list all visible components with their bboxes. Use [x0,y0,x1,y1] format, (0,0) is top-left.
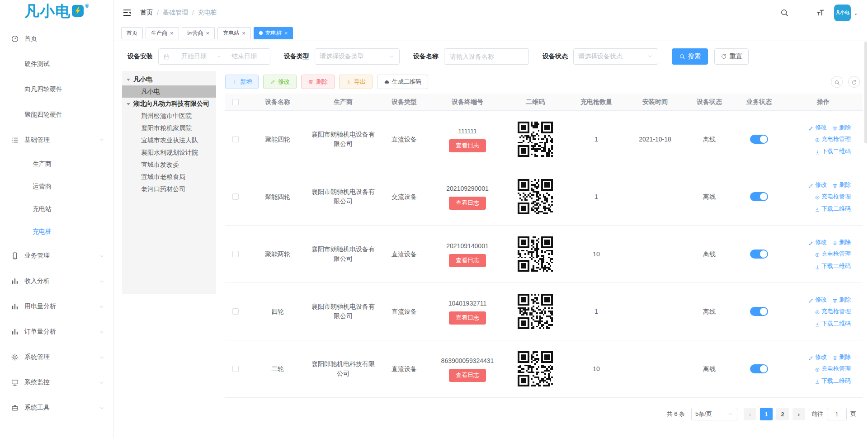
close-icon[interactable]: × [242,30,245,36]
delete-link[interactable]: 删除 [832,295,851,304]
tree-node[interactable]: 凡小电 [122,73,216,85]
business-status-toggle[interactable] [750,364,768,373]
table-refresh-icon[interactable] [848,76,860,88]
close-icon[interactable]: × [206,30,210,36]
caret-down-icon[interactable] [127,79,130,83]
goto-page-input[interactable] [827,408,847,420]
business-status-toggle[interactable] [750,192,768,201]
caret-down-icon[interactable] [127,103,130,107]
business-status-toggle[interactable] [750,307,768,316]
page-number-button[interactable]: 2 [776,408,789,420]
row-checkbox[interactable] [232,366,239,372]
tree-node[interactable]: 凡小电 [122,85,216,98]
sidebar-item[interactable]: 充电桩 [0,221,113,243]
delete-link[interactable]: 删除 [832,238,851,247]
export-button[interactable]: 导出 [339,75,373,89]
business-status-toggle[interactable] [750,250,768,259]
download-qr-link[interactable]: 下载二维码 [815,204,851,213]
download-qr-link[interactable]: 下载二维码 [815,147,851,156]
search-button[interactable]: 搜索 [672,48,708,65]
download-qr-link[interactable]: 下载二维码 [815,319,851,328]
gun-manage-link[interactable]: 充电枪管理 [815,250,851,259]
sidebar-item[interactable]: 系统管理 [0,344,113,370]
tree-node[interactable]: 湖北向凡动力科技有限公司 [122,98,216,110]
delete-link[interactable]: 删除 [832,353,851,362]
prev-page-button[interactable]: ‹ [744,408,756,420]
delete-link[interactable]: 删除 [832,180,851,189]
sidebar-item[interactable]: 系统工具 [0,395,113,420]
view-log-button[interactable]: 查看日志 [449,369,486,382]
tab[interactable]: 首页 [121,27,143,39]
fullscreen-icon[interactable] [798,8,807,17]
sidebar-item[interactable]: 运营商 [0,175,113,198]
sidebar-item[interactable]: 系统监控 [0,370,113,395]
sidebar-item[interactable]: 聚能四轮硬件 [0,102,113,127]
tree-node[interactable]: 宜城市发改委 [122,159,216,171]
gun-manage-link[interactable]: 充电枪管理 [815,192,851,201]
device-type-select[interactable]: 请选择设备类型 [315,48,400,65]
edit-link[interactable]: 修改 [808,295,827,304]
sidebar-item[interactable]: 基础管理 [0,127,113,153]
sidebar-item[interactable]: 首页 [0,26,113,52]
business-status-toggle[interactable] [750,135,768,144]
row-checkbox[interactable] [232,193,239,200]
scrollbar-thumb[interactable] [864,42,867,143]
page-number-button[interactable]: 1 [760,408,773,420]
edit-link[interactable]: 修改 [808,180,827,189]
sidebar-fold-icon[interactable] [122,8,132,18]
tree-node[interactable]: 襄阳水利规划设计院 [122,146,216,159]
date-end-placeholder[interactable]: 结束日期 [223,52,265,61]
view-log-button[interactable]: 查看日志 [449,139,486,152]
reset-button[interactable]: 重置 [714,48,749,65]
select-all-checkbox[interactable] [232,99,239,105]
table-search-icon[interactable] [831,76,843,88]
generate-qr-button[interactable]: 生成二维码 [377,75,428,89]
view-log-button[interactable]: 查看日志 [449,254,486,267]
sidebar-item[interactable]: 向凡四轮硬件 [0,77,113,102]
gun-manage-link[interactable]: 充电枪管理 [815,307,851,316]
gun-manage-link[interactable]: 充电枪管理 [815,135,851,144]
delete-button[interactable]: 删除 [301,75,335,89]
edit-button[interactable]: 修改 [263,75,297,89]
tab[interactable]: 运营商 × [182,27,215,39]
row-checkbox[interactable] [232,136,239,142]
edit-link[interactable]: 修改 [808,238,827,247]
breadcrumb-home[interactable]: 首页 [140,9,153,17]
tree-node[interactable]: 襄阳市粮机家属院 [122,122,216,134]
sidebar-item[interactable]: 用电量分析 [0,294,113,319]
device-status-select[interactable]: 请选择设备状态 [573,48,658,65]
sidebar-item[interactable]: 订单量分析 [0,319,113,344]
sidebar-item[interactable]: 收入分析 [0,268,113,294]
sidebar-item[interactable]: 业务管理 [0,243,113,268]
gun-manage-link[interactable]: 充电枪管理 [815,364,851,373]
sidebar-item[interactable]: 生产商 [0,153,113,175]
next-page-button[interactable]: › [793,408,805,420]
date-start-placeholder[interactable]: 开始日期 [173,52,215,61]
row-checkbox[interactable] [232,308,239,315]
sidebar-item[interactable]: 硬件测试 [0,52,113,77]
tab[interactable]: 充电桩 × [254,27,293,39]
sidebar-item[interactable]: 充电站 [0,198,113,221]
tree-node[interactable]: 荆州松滋市中医院 [122,110,216,122]
download-qr-link[interactable]: 下载二维码 [815,262,851,271]
font-size-icon[interactable] [816,8,825,17]
edit-link[interactable]: 修改 [808,123,827,132]
close-icon[interactable]: × [170,30,174,36]
tree-node[interactable]: 宜城市老粮食局 [122,171,216,183]
search-icon[interactable] [780,8,789,17]
tree-node[interactable]: 宜城市农业执法大队 [122,134,216,146]
view-log-button[interactable]: 查看日志 [449,197,486,210]
page-size-select[interactable]: 5条/页 [691,408,737,420]
delete-link[interactable]: 删除 [832,123,851,132]
user-menu[interactable]: 凡小电 [834,5,858,21]
device-name-input[interactable] [444,48,529,65]
edit-link[interactable]: 修改 [808,353,827,362]
tree-node[interactable]: 老河口药材公司 [122,183,216,195]
install-date-range-input[interactable]: 开始日期 - 结束日期 [158,48,270,65]
add-button[interactable]: 新增 [225,75,259,89]
row-checkbox[interactable] [232,251,239,257]
download-qr-link[interactable]: 下载二维码 [815,377,851,386]
tab[interactable]: 生产商 × [146,27,179,39]
brand-logo[interactable]: 凡小电 ® [0,0,113,26]
tab[interactable]: 充电站 × [217,27,251,39]
